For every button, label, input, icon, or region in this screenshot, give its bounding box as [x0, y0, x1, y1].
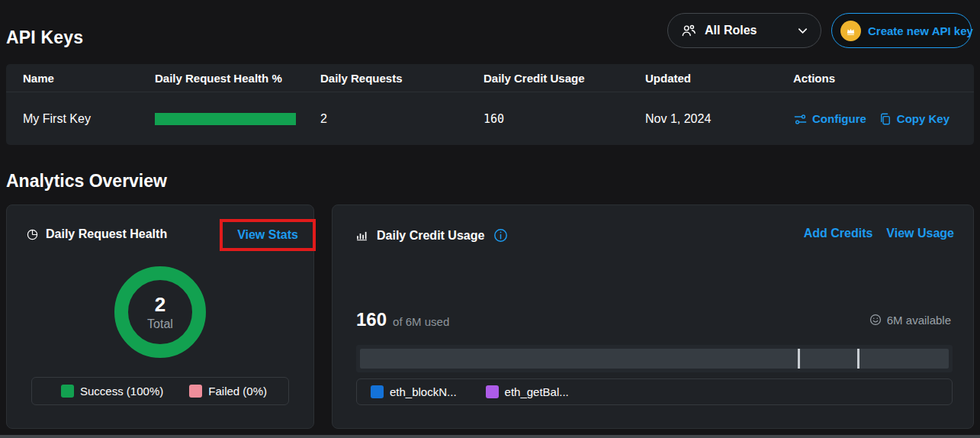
- legend-item-failed: Failed (0%): [189, 385, 267, 398]
- credits-available-label: 6M available: [887, 314, 951, 327]
- copy-key-link[interactable]: Copy Key: [879, 93, 949, 145]
- configure-label: Configure: [812, 93, 866, 145]
- daily-requests-value: 2: [320, 93, 327, 145]
- credit-legend-box: eth_blockN... eth_getBal...: [356, 378, 953, 405]
- eth-getbalance-swatch: [486, 385, 499, 398]
- credit-card-title: Daily Credit Usage: [377, 229, 484, 243]
- chevron-down-icon: [797, 25, 808, 37]
- api-keys-dashboard: API Keys All Roles Create new API key Na…: [0, 0, 980, 438]
- eth-getbalance-label: eth_getBal...: [505, 385, 569, 398]
- smiley-icon: [869, 313, 882, 327]
- donut-total-label: Total: [147, 317, 173, 331]
- info-icon[interactable]: [493, 227, 509, 243]
- credits-used-value: 160: [356, 309, 387, 330]
- column-header-health: Daily Request Health %: [155, 64, 282, 92]
- updated-value: Nov 1, 2024: [645, 93, 711, 145]
- column-header-requests: Daily Requests: [320, 64, 403, 92]
- view-stats-annotation-box: View Stats: [220, 219, 316, 251]
- health-card-header: Daily Request Health: [26, 227, 167, 241]
- health-card-title: Daily Request Health: [46, 227, 167, 241]
- success-label: Success (100%): [80, 385, 163, 398]
- daily-credit-usage-card: Daily Credit Usage Add Credits View Usag…: [332, 205, 974, 429]
- people-icon: [680, 22, 697, 39]
- donut-total-value: 2: [155, 293, 165, 317]
- row-actions: Configure Copy Key: [793, 93, 949, 145]
- configure-link[interactable]: Configure: [793, 93, 866, 145]
- legend-item-eth-getbalance: eth_getBal...: [486, 385, 569, 398]
- legend-item-success: Success (100%): [61, 385, 163, 398]
- sliders-icon: [793, 112, 808, 127]
- create-api-key-button[interactable]: Create new API key: [831, 13, 972, 48]
- roles-filter-label: All Roles: [705, 24, 757, 37]
- failed-label: Failed (0%): [208, 385, 267, 398]
- bottom-edge-strip: [0, 435, 980, 438]
- table-row: My First Key 2 160 Nov 1, 2024 Configure: [6, 93, 974, 145]
- table-header-row: Name Daily Request Health % Daily Reques…: [6, 64, 974, 92]
- legend-item-eth-blocknumber: eth_blockN...: [371, 385, 457, 398]
- bar-chart-icon: [355, 229, 368, 242]
- daily-request-health-card: Daily Request Health View Stats 2 Total …: [6, 205, 314, 429]
- view-usage-link[interactable]: View Usage: [886, 227, 954, 240]
- daily-credit-usage-value: 160: [484, 93, 504, 145]
- roles-filter-dropdown[interactable]: All Roles: [667, 13, 821, 48]
- donut-center-text: 2 Total: [114, 266, 206, 358]
- crown-icon: [840, 21, 861, 41]
- eth-blocknumber-swatch: [371, 385, 384, 398]
- health-legend-box: Success (100%) Failed (0%): [31, 377, 289, 405]
- credits-used-caption: of 6M used: [393, 315, 449, 328]
- credit-usage-progress-bar: [356, 345, 953, 372]
- column-header-updated: Updated: [645, 64, 691, 92]
- copy-key-label: Copy Key: [897, 93, 949, 145]
- success-swatch: [61, 385, 74, 398]
- analytics-overview-title: Analytics Overview: [6, 171, 167, 192]
- failed-swatch: [189, 385, 202, 398]
- add-credits-link[interactable]: Add Credits: [804, 227, 873, 240]
- health-percent-bar: [155, 113, 296, 125]
- copy-icon: [879, 112, 892, 126]
- column-header-name: Name: [23, 64, 54, 92]
- credit-card-header: Daily Credit Usage: [355, 227, 509, 243]
- view-stats-link[interactable]: View Stats: [237, 228, 298, 242]
- credits-used-stat: 160 of 6M used: [356, 309, 449, 330]
- column-header-credits: Daily Credit Usage: [484, 64, 585, 92]
- api-key-name: My First Key: [23, 93, 91, 145]
- credit-usage-progress-track: [360, 349, 949, 369]
- page-title: API Keys: [6, 27, 83, 48]
- pie-chart-icon: [26, 228, 39, 241]
- usage-tick-2: [857, 349, 860, 369]
- credit-card-links: Add Credits View Usage: [804, 227, 954, 240]
- credits-available: 6M available: [869, 313, 951, 327]
- column-header-actions: Actions: [793, 64, 835, 92]
- api-keys-table: Name Daily Request Health % Daily Reques…: [6, 64, 974, 145]
- eth-blocknumber-label: eth_blockN...: [390, 385, 457, 398]
- usage-tick-1: [798, 349, 800, 369]
- create-api-key-label: Create new API key: [868, 24, 973, 37]
